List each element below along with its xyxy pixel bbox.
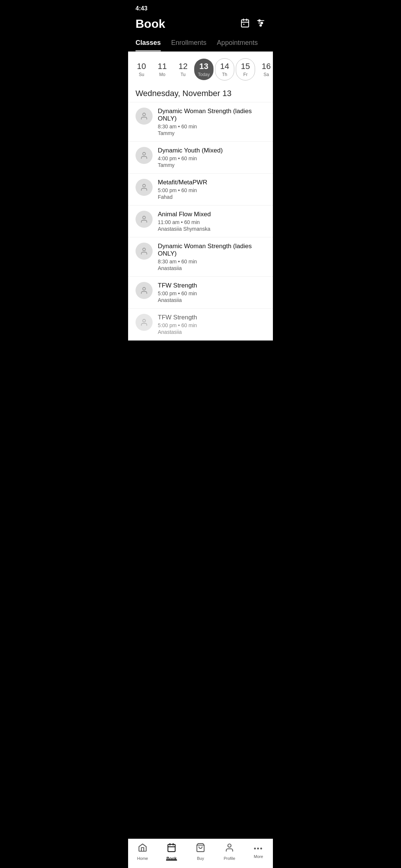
class-avatar: [136, 179, 153, 196]
cal-day-10[interactable]: 10Su: [132, 59, 151, 80]
cal-day-label: Today: [198, 72, 210, 77]
class-list: Dynamic Woman Strength (ladies ONLY)8:30…: [128, 102, 273, 341]
class-avatar: [136, 282, 153, 299]
calendar-strip: 10Su11Mo12Tu13Today14Th15Fr16Sa: [128, 52, 273, 84]
cal-day-14[interactable]: 14Th: [215, 58, 234, 80]
class-name: Dynamic Woman Strength (ladies ONLY): [158, 108, 265, 122]
cal-day-num: 14: [220, 62, 229, 71]
cal-day-label: Th: [222, 72, 227, 77]
class-name: Metafit/MetaPWR: [158, 179, 265, 186]
class-avatar: [136, 314, 153, 331]
class-time: 8:30 am • 60 min: [158, 259, 265, 264]
class-time: 4:00 pm • 60 min: [158, 155, 265, 161]
cal-day-label: Sa: [264, 72, 269, 77]
class-avatar: [136, 108, 153, 125]
class-item[interactable]: Dynamic Woman Strength (ladies ONLY)8:30…: [128, 102, 273, 142]
svg-point-11: [143, 113, 145, 116]
class-item[interactable]: TFW Strength5:00 pm • 60 minAnastasiia: [128, 277, 273, 309]
cal-day-11[interactable]: 11Mo: [153, 59, 172, 80]
page-title: Book: [136, 17, 165, 31]
svg-point-10: [260, 24, 261, 26]
class-info: Dynamic Woman Strength (ladies ONLY)8:30…: [158, 108, 265, 136]
cal-day-label: Fr: [243, 72, 247, 77]
header-actions: [240, 18, 265, 30]
tab-enrollments[interactable]: Enrollments: [171, 35, 206, 51]
date-heading: Wednesday, November 13: [128, 84, 273, 102]
class-item[interactable]: Animal Flow Mixed11:00 am • 60 minAnasta…: [128, 206, 273, 237]
class-item[interactable]: Metafit/MetaPWR5:00 pm • 60 minFahad: [128, 174, 273, 206]
calendar-icon[interactable]: [240, 18, 250, 30]
svg-rect-0: [241, 20, 249, 27]
cal-day-num: 13: [199, 62, 208, 71]
tab-classes[interactable]: Classes: [136, 35, 161, 51]
class-name: Dynamic Youth (Mixed): [158, 147, 265, 154]
class-avatar: [136, 147, 153, 164]
svg-point-17: [143, 319, 145, 322]
cal-day-num: 12: [179, 62, 188, 71]
svg-point-16: [143, 287, 145, 290]
class-info: TFW Strength5:00 pm • 60 minAnastasiia: [158, 282, 265, 303]
svg-point-8: [259, 20, 260, 21]
class-instructor: Tammy: [158, 130, 265, 136]
class-time: 5:00 pm • 60 min: [158, 322, 265, 328]
class-instructor: Tammy: [158, 162, 265, 168]
class-name: TFW Strength: [158, 282, 265, 289]
cal-day-12[interactable]: 12Tu: [173, 59, 193, 80]
class-time: 5:00 pm • 60 min: [158, 290, 265, 296]
class-instructor: Fahad: [158, 194, 265, 200]
class-item[interactable]: TFW Strength5:00 pm • 60 minAnastasiia: [128, 309, 273, 341]
cal-day-label: Mo: [159, 72, 166, 77]
cal-day-16[interactable]: 16Sa: [257, 59, 273, 80]
class-info: Dynamic Youth (Mixed)4:00 pm • 60 minTam…: [158, 147, 265, 168]
class-time: 11:00 am • 60 min: [158, 219, 265, 225]
header: Book: [128, 14, 273, 35]
svg-point-12: [143, 152, 145, 155]
cal-day-15[interactable]: 15Fr: [236, 58, 255, 80]
class-info: Animal Flow Mixed11:00 am • 60 minAnasta…: [158, 211, 265, 232]
cal-day-label: Su: [139, 72, 144, 77]
svg-point-15: [143, 248, 145, 251]
class-item[interactable]: Dynamic Youth (Mixed)4:00 pm • 60 minTam…: [128, 142, 273, 174]
class-avatar: [136, 211, 153, 228]
svg-point-14: [143, 216, 145, 219]
cal-day-label: Tu: [180, 72, 186, 77]
cal-day-num: 11: [158, 62, 167, 71]
class-name: Animal Flow Mixed: [158, 211, 265, 218]
cal-day-13[interactable]: 13Today: [194, 59, 213, 80]
class-name: Dynamic Woman Strength (ladies ONLY): [158, 243, 265, 257]
cal-day-num: 10: [137, 62, 146, 71]
class-instructor: Anastasiia Shymanska: [158, 226, 265, 232]
class-name: TFW Strength: [158, 314, 265, 321]
status-time: 4:43: [136, 5, 147, 12]
class-instructor: Anastasiia: [158, 297, 265, 303]
class-info: Dynamic Woman Strength (ladies ONLY)8:30…: [158, 243, 265, 271]
class-instructor: Anastasiia: [158, 329, 265, 335]
class-item[interactable]: Dynamic Woman Strength (ladies ONLY)8:30…: [128, 237, 273, 277]
class-time: 8:30 am • 60 min: [158, 124, 265, 129]
filter-icon[interactable]: [256, 18, 265, 30]
class-avatar: [136, 243, 153, 260]
class-info: Metafit/MetaPWR5:00 pm • 60 minFahad: [158, 179, 265, 200]
class-info: TFW Strength5:00 pm • 60 minAnastasiia: [158, 314, 265, 335]
svg-point-13: [143, 184, 145, 187]
tab-appointments[interactable]: Appointments: [217, 35, 258, 51]
class-time: 5:00 pm • 60 min: [158, 187, 265, 193]
tab-bar: Classes Enrollments Appointments: [128, 35, 273, 52]
status-bar: 4:43: [128, 0, 273, 14]
class-instructor: Anastasiia: [158, 265, 265, 271]
svg-point-9: [261, 22, 263, 23]
cal-day-num: 16: [262, 62, 271, 71]
cal-day-num: 15: [241, 62, 250, 71]
